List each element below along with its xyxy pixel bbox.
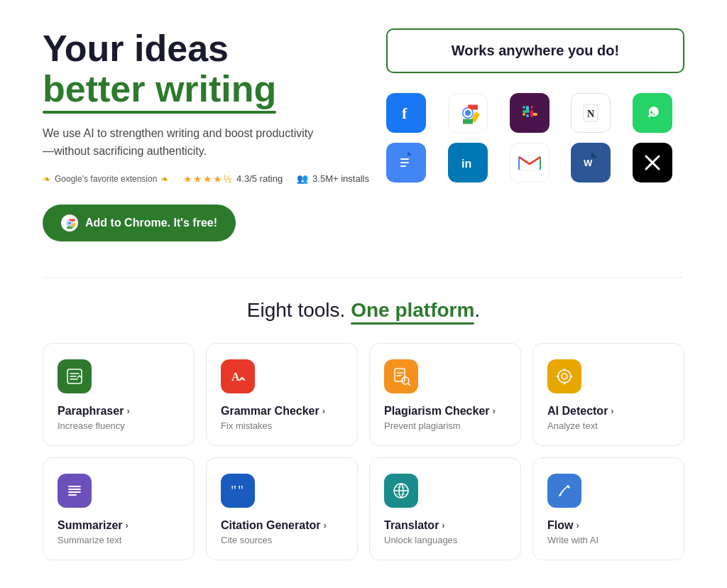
section-heading-part1: Eight tools. bbox=[247, 299, 346, 321]
tool-icon-flow bbox=[547, 474, 581, 508]
tool-desc-citation-generator: Cite sources bbox=[221, 535, 343, 545]
x-twitter-icon bbox=[633, 143, 672, 183]
svg-point-6 bbox=[465, 110, 471, 116]
hero-description: We use AI to strengthen writing and boos… bbox=[43, 125, 386, 160]
tool-name-paraphraser: Paraphraser › bbox=[58, 405, 180, 418]
linkedin-icon: in bbox=[448, 143, 488, 183]
tool-icon-plagiarism-checker bbox=[384, 359, 418, 393]
svg-rect-14 bbox=[530, 106, 533, 109]
installs-stat: 👥 3.5M+ installs bbox=[297, 173, 369, 184]
svg-rect-22 bbox=[400, 165, 406, 167]
tool-arrow-paraphraser: › bbox=[126, 405, 129, 416]
tool-icon-paraphraser bbox=[58, 359, 92, 393]
svg-text:": " bbox=[238, 483, 244, 499]
hero-right: Works anywhere you do! f bbox=[386, 28, 684, 183]
section-heading: Eight tools. One platform. bbox=[43, 299, 684, 322]
svg-rect-10 bbox=[523, 113, 525, 116]
tool-name-translator: Translator › bbox=[384, 519, 506, 532]
svg-rect-11 bbox=[523, 110, 530, 113]
rating-stat: ★★★★½ 4.3/5 rating bbox=[183, 173, 283, 185]
tool-arrow-flow: › bbox=[576, 520, 579, 530]
tool-card-citation-generator[interactable]: " " Citation Generator › Cite sources bbox=[206, 457, 358, 560]
tool-card-summarizer[interactable]: Summarizer › Summarize text bbox=[43, 457, 195, 560]
tool-card-translator[interactable]: Translator › Unlock languages bbox=[369, 457, 521, 560]
tool-arrow-plagiarism-checker: › bbox=[493, 405, 496, 416]
tool-desc-paraphraser: Increase fluency bbox=[58, 420, 180, 431]
tool-icon-summarizer bbox=[58, 474, 92, 508]
svg-text:N: N bbox=[587, 109, 594, 119]
section-heading-part3: . bbox=[474, 299, 480, 321]
tool-card-ai-detector[interactable]: AI Detector › Analyze text bbox=[532, 343, 684, 446]
svg-rect-29 bbox=[395, 369, 405, 381]
chrome-app-icon bbox=[448, 93, 488, 133]
google-docs-icon bbox=[386, 143, 426, 183]
hero-stats: ❧ Google's favorite extension ❧ ★★★★½ 4.… bbox=[43, 173, 386, 185]
tool-arrow-ai-detector: › bbox=[611, 405, 613, 416]
tools-grid: Paraphraser › Increase fluency A Grammar… bbox=[43, 343, 684, 560]
google-label: Google's favorite extension bbox=[55, 174, 157, 184]
tool-name-ai-detector: AI Detector › bbox=[547, 405, 669, 418]
tool-icon-translator bbox=[384, 474, 418, 508]
laurel-right: ❧ bbox=[160, 173, 169, 185]
hero-left: Your ideas better writing We use AI to s… bbox=[43, 28, 386, 241]
installs-icon: 👥 bbox=[297, 173, 308, 184]
hero-section: Your ideas better writing We use AI to s… bbox=[43, 28, 684, 241]
tool-desc-plagiarism-checker: Prevent plagiarism bbox=[384, 420, 506, 431]
rating-stars: ★★★★½ bbox=[183, 173, 232, 185]
svg-point-2 bbox=[68, 222, 71, 224]
hero-title: Your ideas better writing bbox=[43, 28, 386, 109]
tool-icon-citation-generator: " " bbox=[221, 474, 255, 508]
tool-icon-grammar-checker: A bbox=[221, 359, 255, 393]
tool-desc-flow: Write with AI bbox=[547, 535, 669, 545]
gmail-icon bbox=[510, 143, 550, 183]
page-container: Your ideas better writing We use AI to s… bbox=[0, 0, 727, 588]
app-icons-grid: f bbox=[386, 93, 684, 183]
tool-card-paraphraser[interactable]: Paraphraser › Increase fluency bbox=[43, 343, 195, 446]
hero-title-line1: Your ideas bbox=[43, 28, 229, 69]
whatsapp-icon bbox=[633, 93, 672, 133]
facebook-icon: f bbox=[386, 93, 426, 133]
section-heading-part2: One platform bbox=[351, 299, 474, 322]
rating-text: 4.3/5 rating bbox=[236, 173, 283, 184]
tool-name-summarizer: Summarizer › bbox=[58, 519, 180, 532]
slack-icon bbox=[510, 93, 550, 133]
svg-rect-24 bbox=[519, 156, 540, 170]
svg-point-31 bbox=[558, 370, 571, 383]
tool-desc-translator: Unlock languages bbox=[384, 535, 506, 545]
svg-text:f: f bbox=[402, 104, 408, 122]
svg-rect-21 bbox=[400, 162, 409, 163]
tool-card-grammar-checker[interactable]: A Grammar Checker › Fix mistakes bbox=[206, 343, 358, 446]
tool-card-flow[interactable]: Flow › Write with AI bbox=[532, 457, 684, 560]
svg-rect-20 bbox=[400, 158, 409, 160]
divider bbox=[43, 277, 684, 278]
svg-text:W: W bbox=[584, 158, 593, 168]
tool-desc-ai-detector: Analyze text bbox=[547, 420, 669, 431]
hero-title-line2: better writing bbox=[43, 69, 276, 109]
tool-desc-summarizer: Summarize text bbox=[58, 535, 180, 545]
installs-text: 3.5M+ installs bbox=[312, 173, 369, 184]
tool-arrow-translator: › bbox=[442, 520, 444, 530]
svg-rect-13 bbox=[530, 110, 533, 117]
tool-arrow-grammar-checker: › bbox=[322, 405, 325, 416]
svg-text:": " bbox=[231, 483, 236, 499]
tool-name-citation-generator: Citation Generator › bbox=[221, 519, 343, 532]
svg-text:A: A bbox=[231, 371, 240, 383]
works-anywhere-button[interactable]: Works anywhere you do! bbox=[386, 28, 684, 73]
tool-card-plagiarism-checker[interactable]: Plagiarism Checker › Prevent plagiarism bbox=[369, 343, 521, 446]
svg-rect-8 bbox=[526, 114, 529, 117]
google-favorite: ❧ Google's favorite extension ❧ bbox=[43, 173, 169, 185]
tool-arrow-summarizer: › bbox=[126, 520, 129, 530]
tool-name-plagiarism-checker: Plagiarism Checker › bbox=[384, 405, 506, 418]
svg-point-32 bbox=[562, 374, 567, 379]
cta-label: Add to Chrome. It's free! bbox=[85, 217, 217, 229]
add-chrome-button[interactable]: Add to Chrome. It's free! bbox=[43, 205, 236, 241]
tool-name-flow: Flow › bbox=[547, 519, 669, 532]
tool-icon-ai-detector bbox=[547, 359, 581, 393]
svg-text:in: in bbox=[461, 158, 471, 170]
word-icon: W bbox=[571, 143, 611, 183]
notion-icon: N bbox=[571, 93, 611, 133]
laurel-left: ❧ bbox=[43, 173, 51, 185]
tool-arrow-citation-generator: › bbox=[323, 520, 326, 530]
works-anywhere-label: Works anywhere you do! bbox=[452, 43, 619, 58]
tool-name-grammar-checker: Grammar Checker › bbox=[221, 405, 343, 418]
